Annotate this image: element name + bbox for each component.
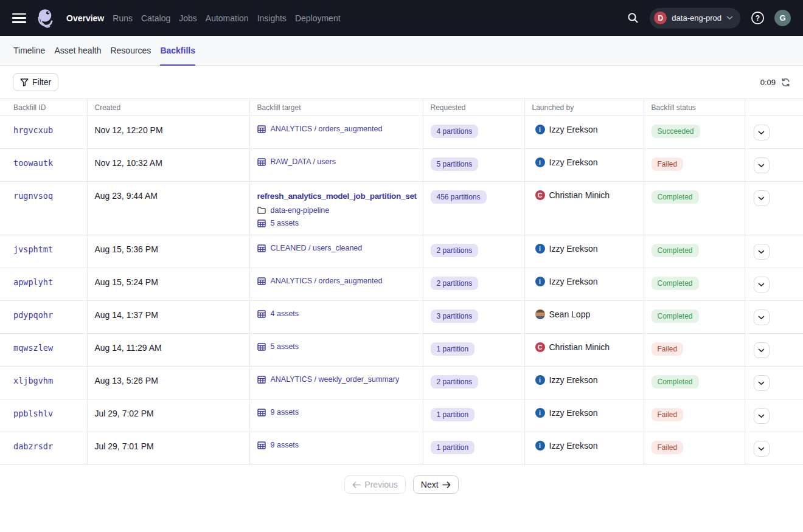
refresh-icon[interactable] (781, 78, 790, 87)
launched-by-name: Christian Minich (549, 342, 610, 352)
launched-by-name: Izzy Erekson (549, 408, 598, 418)
row-actions-button[interactable] (754, 375, 770, 391)
created-timestamp: Aug 15, 5:36 PM (95, 244, 158, 254)
table-row: xljbgvhm Aug 13, 5:26 PM ANALYTICS / wee… (0, 367, 803, 399)
search-icon[interactable] (625, 11, 640, 26)
next-label: Next (421, 480, 439, 489)
filter-button[interactable]: Filter (13, 73, 58, 91)
table-row: rugnvsoq Aug 23, 9:44 AM refresh_analyti… (0, 182, 803, 235)
requested-partitions-badge: 1 partition (431, 342, 475, 356)
table-row: mqwszlew Aug 14, 11:29 AM 5 assets 1 par… (0, 334, 803, 367)
deployment-switcher[interactable]: D data-eng-prod (650, 8, 740, 29)
backfill-id-link[interactable]: mqwszlew (13, 343, 53, 353)
launched-by-name: Izzy Erekson (549, 125, 598, 134)
table-row: hrgvcxub Nov 12, 12:20 PM ANALYTICS / or… (0, 116, 803, 149)
launched-by-name: Sean Lopp (549, 309, 591, 319)
backfill-id-link[interactable]: toowautk (13, 158, 53, 168)
backfill-id-link[interactable]: hrgvcxub (13, 125, 53, 135)
backfill-target-job-link[interactable]: refresh_analytics_model_job_partition_se… (257, 192, 417, 201)
backfill-target-link[interactable]: 9 assets (271, 408, 299, 416)
table-row: ppblshlv Jul 29, 7:02 PM 9 assets 1 part… (0, 399, 803, 432)
view-tabs: TimelineAsset healthResourcesBackfills (0, 36, 803, 66)
chevron-down-icon (758, 131, 765, 135)
launched-by-name: Izzy Erekson (549, 157, 598, 167)
table-icon (257, 219, 266, 227)
previous-page-button[interactable]: Previous (344, 475, 405, 494)
backfill-id-link[interactable]: pdypqohr (13, 310, 53, 320)
svg-text:?: ? (755, 14, 759, 22)
table-icon (257, 310, 266, 318)
nav-item-catalog[interactable]: Catalog (141, 13, 170, 23)
nav-item-overview[interactable]: Overview (66, 13, 104, 23)
tab-asset-health[interactable]: Asset health (54, 36, 101, 65)
row-actions-button[interactable] (754, 190, 770, 206)
backfill-id-link[interactable]: ppblshlv (13, 409, 53, 418)
nav-item-insights[interactable]: Insights (257, 13, 287, 23)
nav-item-runs[interactable]: Runs (113, 13, 133, 23)
table-icon (257, 441, 266, 449)
user-initial-avatar: i (535, 277, 545, 286)
user-initial-avatar: i (535, 125, 545, 134)
backfill-target-link[interactable]: RAW_DATA / users (271, 157, 336, 166)
user-avatar[interactable]: G (774, 10, 791, 26)
row-actions-button[interactable] (754, 408, 770, 424)
row-actions-button[interactable] (754, 342, 770, 358)
tab-timeline[interactable]: Timeline (13, 36, 45, 65)
backfill-target-link[interactable]: CLEANED / users_cleaned (271, 244, 363, 252)
launched-by-name: Izzy Erekson (549, 375, 598, 385)
backfill-target-link[interactable]: ANALYTICS / orders_augmented (271, 125, 383, 133)
backfill-status-badge: Completed (652, 190, 699, 204)
help-icon[interactable]: ? (750, 11, 765, 26)
column-header: Backfill target (249, 99, 423, 116)
requested-partitions-badge: 2 partitions (431, 375, 479, 389)
row-actions-button[interactable] (754, 309, 770, 325)
table-row: pdypqohr Aug 14, 1:37 PM 4 assets 3 part… (0, 301, 803, 334)
launched-by-name: Izzy Erekson (549, 244, 598, 254)
user-initial-avatar: C (535, 342, 545, 352)
backfill-target-link[interactable]: 5 assets (271, 342, 299, 351)
row-actions-button[interactable] (754, 157, 770, 173)
created-timestamp: Aug 14, 11:29 AM (95, 343, 162, 353)
top-nav: OverviewRunsCatalogJobsAutomationInsight… (0, 0, 803, 36)
next-page-button[interactable]: Next (413, 475, 459, 494)
row-actions-button[interactable] (754, 441, 770, 457)
backfill-target-link[interactable]: ANALYTICS / orders_augmented (271, 277, 383, 285)
backfill-id-link[interactable]: xljbgvhm (13, 376, 53, 385)
dagster-logo-icon[interactable] (35, 8, 57, 31)
tab-resources[interactable]: Resources (110, 36, 151, 65)
backfill-id-link[interactable]: apwplyht (13, 277, 53, 287)
nav-item-deployment[interactable]: Deployment (295, 13, 341, 23)
row-actions-button[interactable] (754, 277, 770, 292)
backfill-id-link[interactable]: dabzrsdr (13, 441, 53, 451)
menu-icon[interactable] (12, 13, 26, 23)
backfill-status-badge: Completed (652, 277, 699, 290)
deployment-name: data-eng-prod (672, 13, 721, 22)
backfill-target-link[interactable]: 9 assets (271, 441, 299, 449)
table-row: toowautk Nov 12, 10:32 AM RAW_DATA / use… (0, 149, 803, 182)
nav-item-automation[interactable]: Automation (206, 13, 249, 23)
launched-by-name: Christian Minich (549, 190, 610, 200)
chevron-down-icon (758, 414, 765, 418)
row-actions-button[interactable] (754, 125, 770, 140)
backfill-status-badge: Completed (652, 309, 699, 323)
column-header: Launched by (524, 99, 644, 116)
backfill-target-link[interactable]: data-eng-pipeline (271, 206, 330, 215)
backfill-target-link[interactable]: 5 assets (271, 219, 299, 227)
table-row: dabzrsdr Jul 29, 7:01 PM 9 assets 1 part… (0, 432, 803, 465)
tab-backfills[interactable]: Backfills (160, 36, 195, 65)
user-initial-avatar: C (535, 190, 545, 200)
chevron-down-icon (726, 16, 733, 20)
chevron-down-icon (758, 348, 765, 353)
requested-partitions-badge: 2 partitions (431, 244, 479, 257)
created-timestamp: Aug 15, 5:24 PM (95, 277, 158, 287)
backfill-target-link[interactable]: ANALYTICS / weekly_order_summary (271, 375, 400, 384)
requested-partitions-badge: 456 partitions (431, 190, 487, 204)
backfill-id-link[interactable]: rugnvsoq (13, 191, 53, 201)
row-actions-button[interactable] (754, 244, 770, 260)
table-header-row: Backfill IDCreatedBackfill targetRequest… (0, 99, 803, 116)
nav-item-jobs[interactable]: Jobs (179, 13, 197, 23)
previous-label: Previous (364, 480, 397, 489)
backfill-target-link[interactable]: 4 assets (271, 309, 299, 318)
arrow-right-icon (442, 482, 451, 488)
backfill-id-link[interactable]: jvsphtmt (13, 244, 53, 254)
